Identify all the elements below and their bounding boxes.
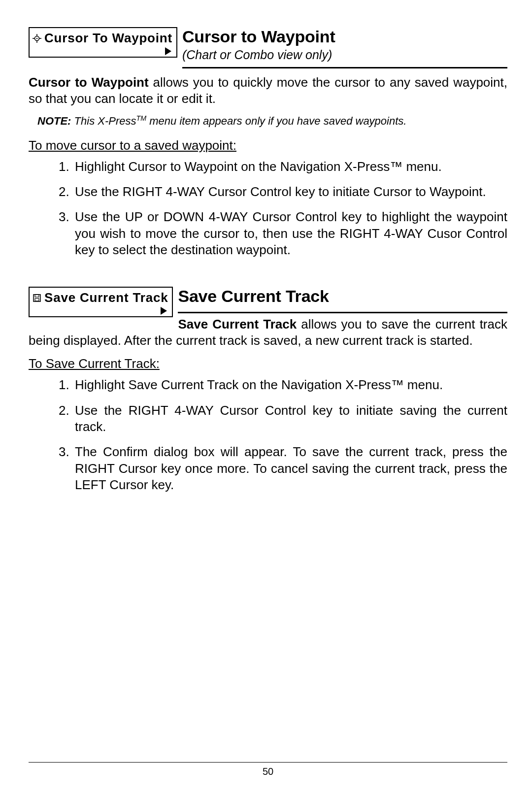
procedure-steps: Highlight Cursor to Waypoint on the Navi… [29,159,507,258]
menu-box-label: Cursor To Waypoint [44,30,172,46]
menu-box-save-current-track: Save Current Track [29,287,173,317]
step: Highlight Cursor to Waypoint on the Navi… [73,159,507,175]
note-text-b: menu item appears only if you have saved… [146,115,406,127]
step: Highlight Save Current Track on the Navi… [73,377,507,393]
trademark-tm: TM [136,114,146,122]
procedure-steps: Highlight Save Current Track on the Navi… [29,377,507,493]
menu-box-label: Save Current Track [44,290,168,306]
step: The Confirm dialog box will appear. To s… [73,444,507,493]
manual-page: Cursor To Waypoint Cursor to Waypoint (C… [0,0,532,798]
section-cursor-to-waypoint: Cursor To Waypoint Cursor to Waypoint (C… [29,26,507,267]
footer-rule [29,762,507,763]
menu-box-cursor-to-waypoint: Cursor To Waypoint [29,27,177,58]
svg-rect-6 [33,295,40,301]
lead-bold: Cursor to Waypoint [29,75,149,90]
procedure-heading: To move cursor to a saved waypoint: [29,137,507,154]
save-icon [33,294,41,302]
note-text-a: This X-Press [71,115,136,127]
lead-bold: Save Current Track [178,317,297,332]
section-lead: Save Current Track allows you to save th… [29,316,507,349]
svg-rect-8 [35,299,39,301]
section-subtitle: (Chart or Combo view only) [182,47,507,68]
section-lead: Cursor to Waypoint allows you to quickly… [29,74,507,107]
svg-point-5 [36,37,37,38]
chevron-right-icon [33,47,172,55]
note: NOTE: This X-PressTM menu item appears o… [37,114,507,128]
section-save-current-track: Save Current Track Save Current Track Sa… [29,286,507,502]
menu-box-title: Cursor To Waypoint [33,30,172,46]
menu-box-title: Save Current Track [33,290,168,306]
step: Use the UP or DOWN 4-WAY Cursor Control … [73,209,507,258]
note-label: NOTE: [37,115,71,127]
section-underline [178,309,507,313]
page-footer: 50 [29,742,507,778]
chevron-right-icon [33,307,168,315]
target-icon [33,34,41,43]
procedure-heading: To Save Current Track: [29,356,507,372]
step: Use the RIGHT 4-WAY Cursor Control key t… [73,402,507,435]
step: Use the RIGHT 4-WAY Cursor Control key t… [73,184,507,200]
page-number: 50 [29,765,507,778]
